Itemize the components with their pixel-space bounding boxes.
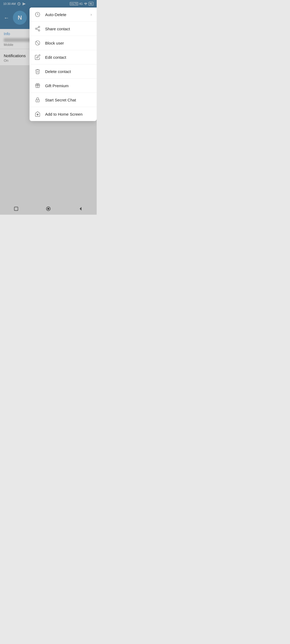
- start-secret-chat-label: Start Secret Chat: [45, 98, 92, 102]
- block-user-label: Block user: [45, 41, 92, 45]
- add-home-screen-label: Add to Home Screen: [45, 112, 92, 116]
- gift-premium-label: Gift Premium: [45, 83, 92, 88]
- menu-item-gift-premium[interactable]: Gift Premium: [30, 79, 97, 93]
- menu-item-block-user[interactable]: Block user: [30, 36, 97, 50]
- svg-point-11: [37, 101, 38, 101]
- share-contact-icon: [34, 25, 41, 32]
- menu-item-share-contact[interactable]: Share contact: [30, 22, 97, 36]
- gift-premium-icon: [34, 82, 41, 89]
- share-contact-label: Share contact: [45, 27, 92, 31]
- auto-delete-icon: [34, 11, 41, 18]
- delete-contact-label: Delete contact: [45, 69, 92, 74]
- auto-delete-label: Auto-Delete: [45, 12, 86, 17]
- menu-item-delete-contact[interactable]: Delete contact: [30, 64, 97, 79]
- block-user-icon: [34, 40, 41, 46]
- svg-point-3: [38, 30, 40, 31]
- svg-line-5: [37, 27, 38, 28]
- svg-point-1: [38, 26, 40, 28]
- svg-line-4: [37, 29, 38, 30]
- menu-item-edit-contact[interactable]: Edit contact: [30, 50, 97, 64]
- add-home-screen-icon: [34, 111, 41, 117]
- secret-chat-icon: [34, 97, 41, 103]
- svg-point-2: [35, 28, 37, 30]
- svg-line-7: [36, 41, 39, 45]
- menu-item-add-home-screen[interactable]: Add to Home Screen: [30, 107, 97, 121]
- edit-contact-label: Edit contact: [45, 55, 92, 60]
- auto-delete-arrow: ›: [90, 12, 92, 17]
- dropdown-menu: Auto-Delete › Share contact Block user: [30, 8, 97, 121]
- edit-contact-icon: [34, 54, 41, 60]
- menu-item-start-secret-chat[interactable]: Start Secret Chat: [30, 93, 97, 107]
- delete-contact-icon: [34, 68, 41, 75]
- menu-item-auto-delete[interactable]: Auto-Delete ›: [30, 8, 97, 22]
